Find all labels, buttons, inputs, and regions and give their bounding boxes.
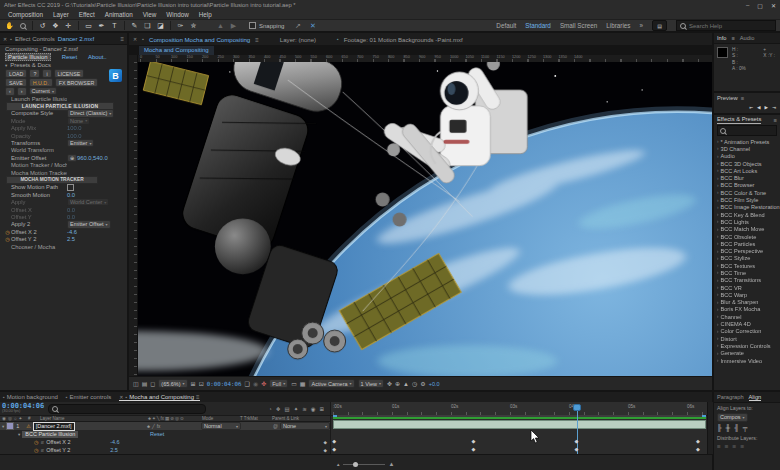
twirl-right-icon[interactable]: › <box>717 146 719 151</box>
mask-visibility-icon[interactable]: ⊡ <box>199 380 204 387</box>
help-button[interactable]: ? <box>29 69 40 78</box>
choose-grid-icon[interactable]: ⊞ <box>191 380 196 387</box>
keyframe-navigator-icon[interactable]: ◆ <box>324 448 327 453</box>
show-channel-icon[interactable]: ✤ <box>261 380 266 387</box>
tab-layer[interactable]: Layer: (none) <box>280 36 316 43</box>
menu-view[interactable]: View <box>143 11 157 18</box>
twirl-right-icon[interactable]: › <box>717 263 719 268</box>
about-link[interactable]: About.. <box>88 54 107 60</box>
panel-menu-icon[interactable]: ≡ <box>255 36 259 43</box>
twirl-down-icon[interactable]: ▾ <box>18 432 20 437</box>
panel-menu-icon[interactable]: ≡ <box>774 117 777 123</box>
tab-motion-background[interactable]: ▪ Motion background <box>3 394 58 400</box>
twirl-right-icon[interactable]: › <box>717 343 719 348</box>
param-checkbox[interactable] <box>67 184 74 191</box>
snapshot-icon[interactable]: ❑ <box>245 380 250 387</box>
twirl-right-icon[interactable]: › <box>717 168 719 173</box>
view-options-icon[interactable]: ◻ <box>150 380 155 387</box>
twirl-right-icon[interactable]: › <box>717 270 719 275</box>
keyframe-diamond[interactable]: ◆ <box>471 446 475 452</box>
effect-controls-tab[interactable]: Effect Controls <box>15 35 55 42</box>
twirl-right-icon[interactable]: › <box>717 227 719 232</box>
align-target-dropdown[interactable]: Compos ▾ <box>717 413 748 422</box>
twirl-right-icon[interactable]: › <box>717 278 719 283</box>
twirl-right-icon[interactable]: › <box>717 292 719 297</box>
rotate-tool[interactable]: ↺ <box>37 20 48 31</box>
draft-3d-icon[interactable]: ❖ <box>276 406 281 412</box>
panel-menu-icon[interactable]: ≡ <box>741 95 744 101</box>
fx-browser-button[interactable]: FX BROWSER <box>55 78 99 87</box>
keyframe-diamond[interactable]: ◆ <box>575 438 579 444</box>
effect-category-bcc-obsolete[interactable]: ›BCC Obsolete <box>714 233 780 240</box>
next-frame-button[interactable]: ⇥ <box>772 105 776 110</box>
close-icon[interactable]: ✕ <box>133 36 137 42</box>
panel-menu-icon[interactable]: ≡ <box>196 394 200 400</box>
view-layout-dropdown[interactable]: 1 View▾ <box>358 379 384 388</box>
twirl-right-icon[interactable]: › <box>717 183 719 188</box>
zoom-slider-track[interactable] <box>343 464 385 465</box>
current-time-field[interactable]: 0:00:04:06 (30.00 fps) <box>2 403 44 414</box>
audio-column-icon[interactable]: ◎ <box>8 416 12 421</box>
twirl-right-icon[interactable]: › <box>717 234 719 239</box>
twirl-right-icon[interactable]: › <box>717 139 719 144</box>
fast-previews-icon[interactable]: ▲ <box>403 381 409 387</box>
twirl-right-icon[interactable]: › <box>717 161 719 166</box>
param-value[interactable]: 100.0 <box>67 125 82 131</box>
first-frame-button[interactable]: ⇤ <box>749 105 753 110</box>
close-button[interactable]: ✕ <box>771 2 776 9</box>
menu-animation[interactable]: Animation <box>105 11 133 18</box>
brainstorm-icon[interactable]: ◉ <box>311 406 316 412</box>
effect-category-bcc-3d-objects[interactable]: ›BCC 3D Objects <box>714 160 780 167</box>
effect-category-blur-sharpen[interactable]: ›Blur & Sharpen <box>714 299 780 306</box>
menu-layer[interactable]: Layer <box>53 11 69 18</box>
twirl-down-icon[interactable]: ▾ <box>5 63 7 68</box>
panel-menu-icon[interactable]: ≡ <box>732 35 735 41</box>
property-value[interactable]: -4.6 <box>110 439 119 445</box>
align-left-button[interactable]: ╟ <box>717 424 722 431</box>
pen-tool[interactable]: ✒ <box>96 20 107 31</box>
zoom-tool[interactable] <box>17 20 28 31</box>
effects-presets-title[interactable]: Effects & Presets <box>717 116 761 124</box>
lock-column-icon[interactable]: ✦ <box>19 416 23 421</box>
region-of-interest-icon[interactable]: ▭ <box>291 380 297 387</box>
effect-category-boris-fx-mocha[interactable]: ›Boris FX Mocha <box>714 306 780 313</box>
effect-category-generate[interactable]: ›Generate <box>714 350 780 357</box>
pixel-aspect-icon[interactable]: ⊕ <box>395 380 400 387</box>
twirl-right-icon[interactable]: › <box>717 351 719 356</box>
zoom-slider-knob[interactable] <box>353 462 358 467</box>
prev-frame-button[interactable]: ◀ <box>757 105 761 110</box>
property-row-offset-y-2[interactable]: ◷≋Offset Y 22.5◆ <box>0 446 330 454</box>
comp-mini-flowchart-icon[interactable]: ◔ <box>268 406 271 412</box>
effect-category-audio[interactable]: ›Audio <box>714 153 780 160</box>
twirl-right-icon[interactable]: › <box>717 249 719 254</box>
maximize-button[interactable]: ▢ <box>757 2 763 9</box>
workspace-standard[interactable]: Standard <box>525 22 551 29</box>
effect-category-bcc-match-move[interactable]: ›BCC Match Move <box>714 226 780 233</box>
tab-composition[interactable]: Composition Mocha and Compositing <box>149 36 250 43</box>
snapping-toggle[interactable]: Snapping <box>249 22 284 29</box>
param-value[interactable]: 0.0 <box>67 192 75 198</box>
effect-category-bcc-particles[interactable]: ›BCC Particles <box>714 240 780 247</box>
current-time-display[interactable]: 0:00:04:06 <box>207 381 242 387</box>
graph-icon[interactable]: ≋ <box>40 440 44 445</box>
hide-shy-icon[interactable]: ▤ <box>285 406 290 412</box>
prev-preset-button[interactable]: ‹ <box>5 87 15 96</box>
composition-canvas[interactable] <box>138 62 712 376</box>
panel-menu-icon[interactable]: ≡ <box>120 35 124 42</box>
effect-category-bcc-image-restoration[interactable]: ›BCC Image Restoration <box>714 204 780 211</box>
twirl-right-icon[interactable]: › <box>717 256 719 261</box>
tab-align[interactable]: Align <box>749 394 762 401</box>
effect-category-bcc-stylize[interactable]: ›BCC Stylize <box>714 255 780 262</box>
frame-blending-icon[interactable]: ✦ <box>294 406 299 412</box>
align-horizontal-center-button[interactable]: ╫ <box>726 424 731 431</box>
effect-category-immersive-video[interactable]: ›Immersive Video <box>714 357 780 364</box>
effect-category-bcc-blur[interactable]: ›BCC Blur <box>714 174 780 181</box>
menu-effect[interactable]: Effect <box>79 11 95 18</box>
proxy-toggle-icon[interactable]: ✕ <box>307 20 318 31</box>
effect-category-bcc-textures[interactable]: ›BCC Textures <box>714 262 780 269</box>
hud-button[interactable]: H.U.D. <box>29 78 53 87</box>
layer-row-dancer[interactable]: ▾ 1 ⚠ [Dancer 2.mxf] ♣╱fx Normal▾ @ None… <box>0 422 330 430</box>
clone-stamp-tool[interactable]: ❏ <box>142 20 153 31</box>
align-right-button[interactable]: ╢ <box>734 424 739 431</box>
effects-search-box[interactable] <box>717 125 777 136</box>
